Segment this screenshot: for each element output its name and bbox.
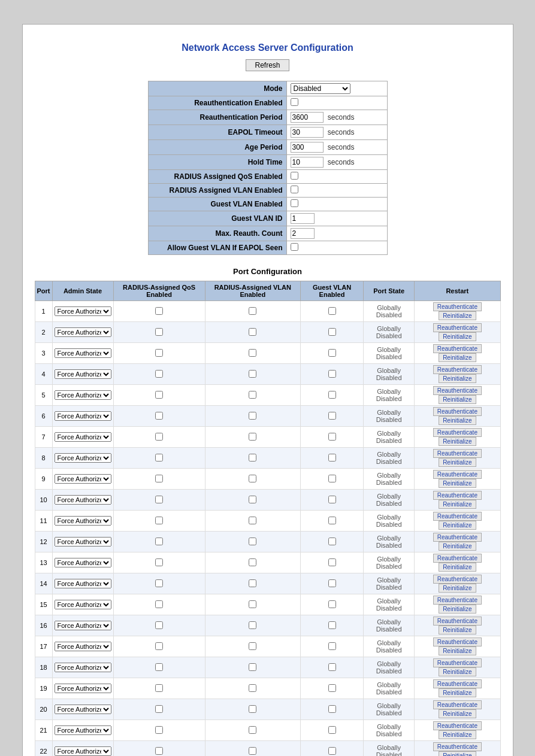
guest-vlan-port-checkbox[interactable] bbox=[328, 328, 336, 336]
radius-vlan-port-checkbox[interactable] bbox=[249, 663, 256, 671]
guest-vlan-port-checkbox[interactable] bbox=[328, 475, 336, 482]
radius-qos-port-checkbox[interactable] bbox=[155, 496, 163, 503]
reinitialize-button[interactable]: Reinitialize bbox=[439, 395, 476, 404]
admin-state-select[interactable]: Force AuthorizedForce UnauthorizedAuto bbox=[55, 369, 111, 379]
radius-vlan-port-checkbox[interactable] bbox=[249, 600, 256, 608]
radius-vlan-port-checkbox[interactable] bbox=[249, 496, 256, 503]
radius-qos-port-checkbox[interactable] bbox=[155, 454, 163, 462]
admin-state-select[interactable]: Force AuthorizedForce UnauthorizedAuto bbox=[55, 558, 111, 567]
guest-vlan-port-checkbox[interactable] bbox=[328, 412, 336, 420]
admin-state-select[interactable]: Force AuthorizedForce UnauthorizedAuto bbox=[55, 390, 111, 400]
radius-vlan-port-checkbox[interactable] bbox=[249, 475, 256, 482]
radius-vlan-port-checkbox[interactable] bbox=[249, 412, 256, 420]
radius-qos-port-checkbox[interactable] bbox=[155, 579, 163, 587]
admin-state-select[interactable]: Force AuthorizedForce UnauthorizedAuto bbox=[55, 327, 111, 337]
guest-vlan-port-checkbox[interactable] bbox=[328, 579, 336, 587]
radius-qos-port-checkbox[interactable] bbox=[155, 412, 163, 420]
guest-vlan-port-checkbox[interactable] bbox=[328, 433, 336, 441]
reinitialize-button[interactable]: Reinitialize bbox=[439, 626, 476, 634]
age-period-input[interactable] bbox=[291, 142, 324, 153]
radius-vlan-port-checkbox[interactable] bbox=[249, 370, 256, 378]
reauthenticate-button[interactable]: Reauthenticate bbox=[433, 554, 482, 563]
radius-vlan-port-checkbox[interactable] bbox=[249, 307, 256, 315]
reauthenticate-button[interactable]: Reauthenticate bbox=[433, 575, 482, 584]
reinitialize-button[interactable]: Reinitialize bbox=[439, 458, 476, 467]
guest-vlan-port-checkbox[interactable] bbox=[328, 621, 336, 629]
refresh-button[interactable]: Refresh bbox=[246, 59, 289, 71]
radius-vlan-port-checkbox[interactable] bbox=[249, 705, 256, 713]
radius-vlan-port-checkbox[interactable] bbox=[249, 433, 256, 441]
radius-vlan-port-checkbox[interactable] bbox=[249, 538, 256, 545]
admin-state-select[interactable]: Force AuthorizedForce UnauthorizedAuto bbox=[55, 746, 111, 756]
reinitialize-button[interactable]: Reinitialize bbox=[439, 437, 476, 446]
admin-state-select[interactable]: Force AuthorizedForce UnauthorizedAuto bbox=[55, 642, 111, 651]
reauthenticate-button[interactable]: Reauthenticate bbox=[433, 386, 482, 395]
reauthenticate-button[interactable]: Reauthenticate bbox=[433, 449, 482, 458]
reauthenticate-button[interactable]: Reauthenticate bbox=[433, 491, 482, 500]
admin-state-select[interactable]: Force AuthorizedForce UnauthorizedAuto bbox=[55, 432, 111, 442]
radius-qos-port-checkbox[interactable] bbox=[155, 307, 163, 315]
reinitialize-button[interactable]: Reinitialize bbox=[439, 311, 476, 320]
admin-state-select[interactable]: Force AuthorizedForce UnauthorizedAuto bbox=[55, 348, 111, 358]
reauthenticate-button[interactable]: Reauthenticate bbox=[433, 721, 482, 730]
reauthenticate-button[interactable]: Reauthenticate bbox=[433, 407, 482, 416]
admin-state-select[interactable]: Force AuthorizedForce UnauthorizedAuto bbox=[55, 453, 111, 463]
reinitialize-button[interactable]: Reinitialize bbox=[439, 416, 476, 425]
reinitialize-button[interactable]: Reinitialize bbox=[439, 584, 476, 593]
guest-vlan-port-checkbox[interactable] bbox=[328, 538, 336, 545]
radius-vlan-port-checkbox[interactable] bbox=[249, 621, 256, 629]
reauthenticate-button[interactable]: Reauthenticate bbox=[433, 428, 482, 437]
radius-qos-port-checkbox[interactable] bbox=[155, 328, 163, 336]
radius-qos-port-checkbox[interactable] bbox=[155, 517, 163, 524]
radius-qos-checkbox[interactable] bbox=[291, 172, 298, 180]
guest-vlan-port-checkbox[interactable] bbox=[328, 663, 336, 671]
guest-vlan-id-input[interactable] bbox=[291, 213, 315, 224]
guest-vlan-port-checkbox[interactable] bbox=[328, 705, 336, 713]
radius-qos-port-checkbox[interactable] bbox=[155, 642, 163, 650]
reauthenticate-button[interactable]: Reauthenticate bbox=[433, 637, 482, 646]
guest-vlan-port-checkbox[interactable] bbox=[328, 391, 336, 399]
radius-qos-port-checkbox[interactable] bbox=[155, 600, 163, 608]
admin-state-select[interactable]: Force AuthorizedForce UnauthorizedAuto bbox=[55, 537, 111, 546]
reauthenticate-button[interactable]: Reauthenticate bbox=[433, 470, 482, 479]
radius-vlan-port-checkbox[interactable] bbox=[249, 517, 256, 524]
radius-qos-port-checkbox[interactable] bbox=[155, 370, 163, 378]
guest-vlan-port-checkbox[interactable] bbox=[328, 307, 336, 315]
admin-state-select[interactable]: Force AuthorizedForce UnauthorizedAuto bbox=[55, 705, 111, 714]
guest-vlan-port-checkbox[interactable] bbox=[328, 370, 336, 378]
guest-vlan-port-checkbox[interactable] bbox=[328, 747, 336, 755]
admin-state-select[interactable]: Force AuthorizedForce UnauthorizedAuto bbox=[55, 663, 111, 672]
admin-state-select[interactable]: Force AuthorizedForce UnauthorizedAuto bbox=[55, 411, 111, 421]
allow-guest-vlan-checkbox[interactable] bbox=[291, 243, 298, 251]
guest-vlan-port-checkbox[interactable] bbox=[328, 726, 336, 734]
reauthenticate-button[interactable]: Reauthenticate bbox=[433, 658, 482, 667]
admin-state-select[interactable]: Force AuthorizedForce UnauthorizedAuto bbox=[55, 516, 111, 526]
reinitialize-button[interactable]: Reinitialize bbox=[439, 688, 476, 697]
reinitialize-button[interactable]: Reinitialize bbox=[439, 605, 476, 614]
reauthenticate-button[interactable]: Reauthenticate bbox=[433, 365, 482, 374]
radius-qos-port-checkbox[interactable] bbox=[155, 705, 163, 713]
admin-state-select[interactable]: Force AuthorizedForce UnauthorizedAuto bbox=[55, 474, 111, 484]
reinitialize-button[interactable]: Reinitialize bbox=[439, 646, 476, 655]
guest-vlan-port-checkbox[interactable] bbox=[328, 558, 336, 566]
reauth-period-input[interactable] bbox=[291, 112, 324, 123]
reauth-enabled-checkbox[interactable] bbox=[291, 98, 298, 106]
reinitialize-button[interactable]: Reinitialize bbox=[439, 521, 476, 530]
admin-state-select[interactable]: Force AuthorizedForce UnauthorizedAuto bbox=[55, 725, 111, 735]
radius-qos-port-checkbox[interactable] bbox=[155, 558, 163, 566]
reinitialize-button[interactable]: Reinitialize bbox=[439, 479, 476, 488]
reinitialize-button[interactable]: Reinitialize bbox=[439, 751, 476, 756]
radius-qos-port-checkbox[interactable] bbox=[155, 621, 163, 629]
reauthenticate-button[interactable]: Reauthenticate bbox=[433, 679, 482, 688]
radius-qos-port-checkbox[interactable] bbox=[155, 538, 163, 545]
radius-qos-port-checkbox[interactable] bbox=[155, 726, 163, 734]
guest-vlan-port-checkbox[interactable] bbox=[328, 600, 336, 608]
radius-qos-port-checkbox[interactable] bbox=[155, 433, 163, 441]
radius-vlan-port-checkbox[interactable] bbox=[249, 642, 256, 650]
radius-vlan-port-checkbox[interactable] bbox=[249, 558, 256, 566]
guest-vlan-port-checkbox[interactable] bbox=[328, 454, 336, 462]
reinitialize-button[interactable]: Reinitialize bbox=[439, 332, 476, 341]
radius-vlan-port-checkbox[interactable] bbox=[249, 726, 256, 734]
reinitialize-button[interactable]: Reinitialize bbox=[439, 667, 476, 676]
radius-qos-port-checkbox[interactable] bbox=[155, 663, 163, 671]
